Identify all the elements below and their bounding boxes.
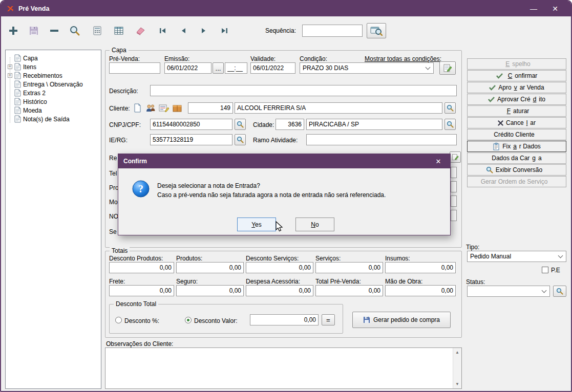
- people-icon: [145, 103, 156, 113]
- status-combobox[interactable]: [467, 286, 550, 297]
- condicao-combobox[interactable]: PRAZO 30 DIAS: [300, 62, 434, 74]
- tree-item-capa[interactable]: Capa: [6, 54, 101, 62]
- insumos-input[interactable]: [385, 262, 456, 273]
- tree-item-historico[interactable]: Histórico: [6, 97, 101, 106]
- yes-button[interactable]: Yes: [237, 217, 276, 231]
- despesa-acessoria-input[interactable]: [246, 285, 313, 296]
- descricao-input[interactable]: [150, 85, 457, 96]
- tree-guide-line: [10, 57, 10, 123]
- cidade-name-input[interactable]: [306, 119, 442, 130]
- confirmar-button[interactable]: Confirmar: [467, 70, 566, 81]
- no-button[interactable]: No: [295, 217, 334, 231]
- grid-view-button[interactable]: [111, 23, 127, 38]
- total-pre-venda-input[interactable]: [315, 285, 383, 296]
- window-title: Pré Venda: [18, 5, 49, 12]
- ie-rg-input[interactable]: [150, 134, 232, 145]
- pe-checkbox[interactable]: [542, 267, 548, 273]
- aprovar-venda-button[interactable]: Aprovar Venda: [467, 82, 566, 93]
- sequence-input[interactable]: [302, 25, 363, 37]
- emissao-date-input[interactable]: [164, 62, 211, 74]
- tipo-value: Pedido Manual: [470, 253, 511, 260]
- tree-item-entrega-observacao[interactable]: Entrega \ Observação: [6, 80, 101, 89]
- exibir-conversao-button[interactable]: Exibir Conversão: [467, 164, 566, 176]
- espelho-button[interactable]: Espelho: [467, 58, 566, 70]
- aprovar-credito-button[interactable]: Aprovar Crédito: [467, 94, 566, 105]
- tree-item-recebimentos[interactable]: + Recebimentos: [6, 71, 101, 80]
- desconto-percent-radio[interactable]: [115, 317, 122, 323]
- observacoes-textarea[interactable]: ▲ ▼: [105, 347, 462, 389]
- gerar-ordem-servico-button[interactable]: Gerar Ordem de Serviço: [467, 176, 566, 187]
- partial-input-fragment[interactable]: [451, 181, 457, 192]
- scrollbar[interactable]: ▲ ▼: [453, 348, 461, 388]
- tree-item-extras-2[interactable]: Extras 2: [6, 89, 101, 97]
- cliente-name-input[interactable]: [235, 102, 442, 114]
- cnpj-input[interactable]: [150, 119, 232, 130]
- clear-button[interactable]: [132, 23, 149, 38]
- cliente-contacts-button[interactable]: [144, 102, 157, 114]
- calculator-icon: [92, 26, 102, 36]
- minimize-button[interactable]: —: [523, 1, 544, 16]
- nav-next-button[interactable]: [196, 23, 212, 38]
- partial-edit-button[interactable]: [450, 151, 461, 163]
- dados-da-carga-button[interactable]: Dados da Carga: [467, 153, 566, 164]
- scroll-down-icon[interactable]: ▼: [453, 380, 461, 388]
- scroll-up-icon[interactable]: ▲: [453, 348, 461, 357]
- cidade-code-input[interactable]: [276, 119, 304, 130]
- cliente-new-button[interactable]: [131, 102, 143, 114]
- save-record-button[interactable]: [26, 23, 42, 38]
- cliente-form-button[interactable]: [158, 102, 170, 114]
- partial-input-fragment[interactable]: [451, 195, 457, 207]
- dialog-close-button[interactable]: ✕: [432, 155, 445, 167]
- tree-item-moeda[interactable]: Moeda: [6, 106, 101, 115]
- validade-date-input[interactable]: [250, 62, 295, 74]
- emissao-date-picker-button[interactable]: ...: [213, 62, 224, 74]
- cliente-package-button[interactable]: [171, 102, 183, 114]
- mostrar-condicoes-link[interactable]: Mostrar todas as condições:: [365, 55, 441, 62]
- desconto-equals-button[interactable]: =: [322, 314, 335, 325]
- servicos-input[interactable]: [315, 262, 383, 273]
- fixar-dados-button[interactable]: Fixar Dados: [467, 141, 566, 152]
- status-search-button[interactable]: [553, 286, 566, 297]
- chevron-down-icon: [558, 253, 563, 258]
- partial-input-fragment[interactable]: [451, 210, 457, 221]
- mao-de-obra-input[interactable]: [385, 285, 456, 296]
- ie-rg-search-button[interactable]: [235, 134, 246, 145]
- faturar-button[interactable]: Faturar: [467, 105, 566, 117]
- cliente-code-input[interactable]: [188, 102, 233, 114]
- search-records-button[interactable]: [67, 23, 83, 38]
- page-icon: [14, 54, 21, 62]
- condicao-edit-button[interactable]: [439, 61, 456, 75]
- cliente-search-button[interactable]: [444, 102, 456, 114]
- ramo-atividade-input[interactable]: [306, 134, 457, 145]
- tree-item-notas-de-saida[interactable]: Nota(s) de Saída: [6, 115, 101, 123]
- gerar-pedido-compra-button[interactable]: Gerar pedido de compra: [352, 312, 451, 328]
- close-button[interactable]: ✕: [544, 1, 566, 16]
- produtos-input[interactable]: [176, 262, 244, 273]
- page-icon: [14, 89, 21, 97]
- nav-first-button[interactable]: [155, 23, 171, 38]
- cnpj-search-button[interactable]: [235, 119, 246, 130]
- pre-venda-input[interactable]: [109, 62, 160, 74]
- frete-input[interactable]: [109, 285, 174, 296]
- nav-last-button[interactable]: [216, 23, 232, 38]
- desconto-valor-radio[interactable]: [185, 317, 192, 323]
- tree-item-itens[interactable]: + Itens: [6, 62, 101, 71]
- emissao-time-input[interactable]: [225, 62, 247, 74]
- nav-next-icon: [200, 27, 208, 35]
- credito-cliente-button[interactable]: Crédito Cliente: [467, 129, 566, 140]
- tipo-combobox[interactable]: Pedido Manual: [467, 251, 566, 262]
- sequence-search-button[interactable]: [367, 23, 386, 38]
- desconto-produtos-input[interactable]: [109, 262, 174, 273]
- delete-record-button[interactable]: [46, 23, 62, 38]
- desconto-servicos-input[interactable]: [246, 262, 313, 273]
- seguro-input[interactable]: [176, 285, 244, 296]
- edit-note-icon: [452, 154, 459, 161]
- cidade-search-button[interactable]: [444, 119, 456, 130]
- nav-prev-button[interactable]: [175, 23, 192, 38]
- desconto-valor-input[interactable]: [250, 314, 319, 325]
- cancel-x-icon: [498, 120, 503, 126]
- calculator-button[interactable]: [89, 23, 105, 38]
- cancelar-button[interactable]: Cancelar: [467, 117, 566, 128]
- partial-input-fragment[interactable]: [451, 167, 457, 178]
- add-record-button[interactable]: [5, 23, 22, 38]
